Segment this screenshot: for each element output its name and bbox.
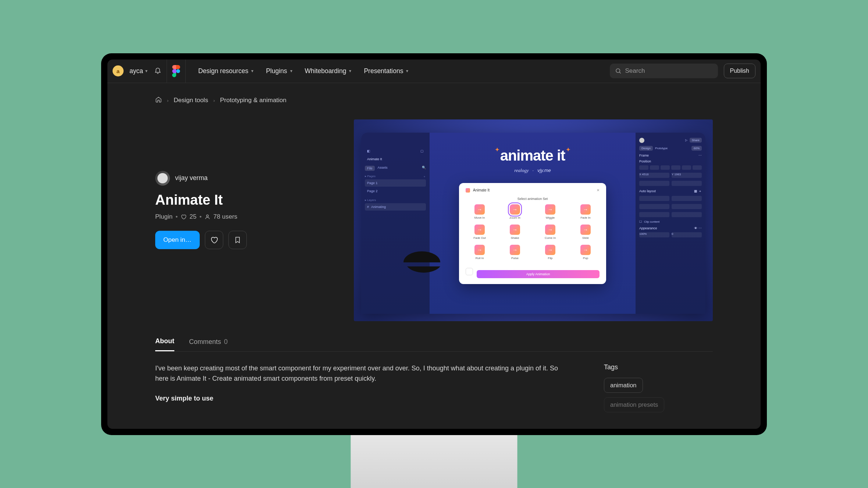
tags-panel: Tags animation animation presets bbox=[604, 363, 703, 417]
heart-icon bbox=[210, 236, 218, 244]
tab-about[interactable]: About bbox=[155, 332, 174, 351]
author-link[interactable]: vijay verma bbox=[155, 171, 339, 186]
resource-info: vijay verma Animate It Plugin • 25 • 78 … bbox=[155, 119, 339, 322]
tags-title: Tags bbox=[604, 363, 703, 371]
about-body: I've been keep creating most of the smar… bbox=[107, 352, 761, 417]
user-name: ayca bbox=[129, 67, 143, 75]
chevron-down-icon: ▾ bbox=[251, 68, 253, 73]
breadcrumb-link-2[interactable]: Prototyping & animation bbox=[220, 97, 287, 104]
nav-plugins[interactable]: Plugins▾ bbox=[266, 67, 292, 75]
like-button[interactable] bbox=[205, 231, 223, 249]
monitor: a ayca ▾ Design resources▾ bbox=[101, 53, 767, 435]
search-field[interactable] bbox=[610, 64, 718, 78]
save-button[interactable] bbox=[228, 231, 247, 249]
nav-links: Design resources▾ Plugins▾ Whiteboarding… bbox=[198, 67, 408, 75]
user-avatar: a bbox=[113, 65, 124, 76]
heart-icon bbox=[181, 214, 186, 220]
resource-type: Plugin bbox=[155, 213, 172, 220]
nav-whiteboarding[interactable]: Whiteboarding▾ bbox=[305, 67, 352, 75]
nav-presentations[interactable]: Presentations▾ bbox=[364, 67, 408, 75]
notifications-icon[interactable] bbox=[154, 67, 161, 76]
about-heading: Very simple to use bbox=[155, 394, 571, 404]
users-count: 78 users bbox=[213, 213, 237, 220]
nav-design-resources[interactable]: Design resources▾ bbox=[198, 67, 253, 75]
animation-preview-shape bbox=[400, 244, 444, 281]
user-icon bbox=[204, 214, 210, 220]
mock-right-panel: ▷Share DesignPrototype60% Frame⋯ Positio… bbox=[636, 133, 705, 314]
breadcrumb-link-1[interactable]: Design tools bbox=[174, 97, 208, 104]
page-title: Animate It bbox=[155, 192, 339, 208]
svg-point-0 bbox=[176, 69, 180, 73]
chevron-down-icon: ▾ bbox=[290, 68, 292, 73]
resource-meta: Plugin • 25 • 78 users bbox=[155, 213, 339, 220]
figma-logo[interactable] bbox=[172, 65, 180, 77]
search-input[interactable] bbox=[625, 67, 713, 75]
chevron-down-icon: ▾ bbox=[349, 68, 351, 73]
monitor-stand bbox=[351, 435, 517, 488]
breadcrumb-separator: › bbox=[213, 98, 215, 103]
likes-count: 25 bbox=[189, 213, 196, 220]
mock-left-panel: ◧▢ Animate It FileAssets🔍 ▸ Pages＋ Page … bbox=[361, 133, 430, 314]
publish-button[interactable]: Publish bbox=[724, 64, 755, 78]
tab-comments[interactable]: Comments 0 bbox=[189, 332, 228, 351]
tag-chip[interactable]: animation presets bbox=[604, 397, 664, 412]
chevron-down-icon: ▾ bbox=[406, 68, 408, 73]
bookmark-icon bbox=[234, 236, 241, 244]
author-avatar bbox=[155, 171, 170, 186]
main-content: vijay verma Animate It Plugin • 25 • 78 … bbox=[107, 105, 761, 322]
open-in-button[interactable]: Open in… bbox=[155, 231, 200, 249]
about-paragraph: I've been keep creating most of the smar… bbox=[155, 363, 571, 384]
breadcrumb-separator: › bbox=[167, 98, 168, 103]
user-menu[interactable]: a ayca ▾ bbox=[113, 65, 147, 76]
svg-point-2 bbox=[206, 215, 208, 216]
comments-count: 0 bbox=[224, 338, 228, 346]
monitor-bezel: a ayca ▾ Design resources▾ bbox=[101, 53, 767, 435]
app-window: a ayca ▾ Design resources▾ bbox=[107, 60, 761, 429]
home-icon[interactable] bbox=[155, 96, 162, 105]
search-icon bbox=[615, 68, 622, 74]
author-name: vijay verma bbox=[175, 174, 208, 182]
cover-image[interactable]: ◧▢ Animate It FileAssets🔍 ▸ Pages＋ Page … bbox=[354, 119, 713, 322]
action-row: Open in… bbox=[155, 231, 339, 249]
tag-chip[interactable]: animation bbox=[604, 378, 643, 393]
top-nav: a ayca ▾ Design resources▾ bbox=[107, 60, 761, 83]
breadcrumb: › Design tools › Prototyping & animation bbox=[107, 83, 761, 105]
chevron-down-icon: ▾ bbox=[145, 68, 147, 73]
svg-point-1 bbox=[616, 69, 620, 73]
mock-canvas: ✦animate it✦ realogy·vjy.me Animate It✕ … bbox=[430, 133, 636, 314]
description: I've been keep creating most of the smar… bbox=[155, 363, 571, 417]
detail-tabs: About Comments 0 bbox=[107, 321, 761, 352]
